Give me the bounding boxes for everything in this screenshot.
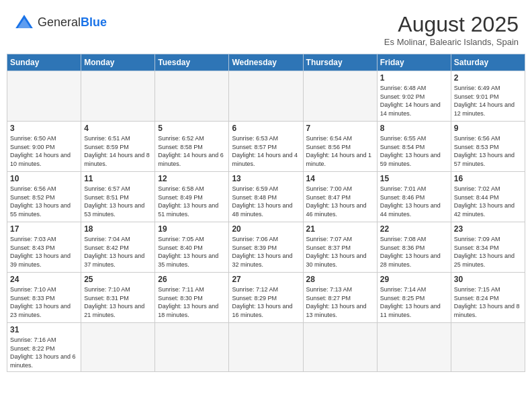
day-number: 1 (380, 73, 448, 83)
day-number: 17 (10, 224, 78, 234)
day-number: 3 (10, 124, 78, 133)
calendar-cell: 28Sunrise: 7:13 AM Sunset: 8:27 PM Dayli… (303, 273, 377, 323)
day-info: Sunrise: 6:53 AM Sunset: 8:57 PM Dayligh… (232, 134, 300, 168)
day-number: 18 (84, 224, 152, 234)
day-number: 15 (380, 174, 448, 183)
calendar-cell: 26Sunrise: 7:11 AM Sunset: 8:30 PM Dayli… (155, 273, 229, 323)
calendar-cell (81, 323, 155, 372)
calendar-cell: 31Sunrise: 7:16 AM Sunset: 8:22 PM Dayli… (7, 323, 81, 372)
day-number: 9 (454, 124, 522, 133)
title-block: August 2025 Es Molinar, Balearic Islands… (384, 12, 519, 47)
calendar-cell: 1Sunrise: 6:48 AM Sunset: 9:02 PM Daylig… (377, 71, 451, 122)
calendar-table: SundayMondayTuesdayWednesdayThursdayFrid… (7, 54, 525, 372)
calendar-cell (303, 71, 377, 122)
day-number: 14 (306, 174, 374, 183)
calendar-cell: 30Sunrise: 7:15 AM Sunset: 8:24 PM Dayli… (451, 273, 525, 323)
calendar-week-row: 1Sunrise: 6:48 AM Sunset: 9:02 PM Daylig… (7, 71, 525, 122)
calendar-cell: 24Sunrise: 7:10 AM Sunset: 8:33 PM Dayli… (7, 273, 81, 323)
location-subtitle: Es Molinar, Balearic Islands, Spain (384, 37, 519, 47)
day-number: 29 (380, 275, 448, 284)
calendar-cell (155, 323, 229, 372)
calendar-cell: 29Sunrise: 7:14 AM Sunset: 8:25 PM Dayli… (377, 273, 451, 323)
calendar-cell: 11Sunrise: 6:57 AM Sunset: 8:51 PM Dayli… (81, 172, 155, 222)
day-info: Sunrise: 7:00 AM Sunset: 8:47 PM Dayligh… (306, 185, 374, 218)
day-info: Sunrise: 7:02 AM Sunset: 8:44 PM Dayligh… (454, 185, 522, 218)
calendar-body: 1Sunrise: 6:48 AM Sunset: 9:02 PM Daylig… (7, 71, 525, 372)
calendar-cell: 6Sunrise: 6:53 AM Sunset: 8:57 PM Daylig… (229, 122, 303, 172)
calendar-cell: 14Sunrise: 7:00 AM Sunset: 8:47 PM Dayli… (303, 172, 377, 222)
day-info: Sunrise: 7:04 AM Sunset: 8:42 PM Dayligh… (84, 235, 152, 269)
day-info: Sunrise: 7:12 AM Sunset: 8:29 PM Dayligh… (232, 285, 300, 319)
day-info: Sunrise: 7:01 AM Sunset: 8:46 PM Dayligh… (380, 185, 448, 218)
day-number: 19 (158, 224, 226, 234)
calendar-cell: 10Sunrise: 6:56 AM Sunset: 8:52 PM Dayli… (7, 172, 81, 222)
day-number: 26 (158, 275, 226, 284)
calendar-cell: 9Sunrise: 6:56 AM Sunset: 8:53 PM Daylig… (451, 122, 525, 172)
day-number: 8 (380, 124, 448, 133)
day-info: Sunrise: 7:06 AM Sunset: 8:39 PM Dayligh… (232, 235, 300, 269)
day-number: 28 (306, 275, 374, 284)
weekday-header-monday: Monday (81, 54, 155, 71)
calendar-cell: 17Sunrise: 7:03 AM Sunset: 8:43 PM Dayli… (7, 222, 81, 273)
month-title: August 2025 (384, 12, 519, 37)
day-info: Sunrise: 6:56 AM Sunset: 8:53 PM Dayligh… (454, 134, 522, 168)
day-info: Sunrise: 7:11 AM Sunset: 8:30 PM Dayligh… (158, 285, 226, 319)
calendar-week-row: 31Sunrise: 7:16 AM Sunset: 8:22 PM Dayli… (7, 323, 525, 372)
weekday-header-saturday: Saturday (451, 54, 525, 71)
calendar-cell (7, 71, 81, 122)
day-info: Sunrise: 7:09 AM Sunset: 8:34 PM Dayligh… (454, 235, 522, 269)
day-number: 31 (10, 325, 78, 334)
day-number: 27 (232, 275, 300, 284)
day-number: 11 (84, 174, 152, 183)
day-info: Sunrise: 7:16 AM Sunset: 8:22 PM Dayligh… (10, 336, 78, 369)
calendar-cell: 19Sunrise: 7:05 AM Sunset: 8:40 PM Dayli… (155, 222, 229, 273)
day-number: 10 (10, 174, 78, 183)
weekday-header-friday: Friday (377, 54, 451, 71)
logo-text: GeneralBlue (38, 16, 107, 30)
calendar-week-row: 3Sunrise: 6:50 AM Sunset: 9:00 PM Daylig… (7, 122, 525, 172)
day-info: Sunrise: 7:08 AM Sunset: 8:36 PM Dayligh… (380, 235, 448, 269)
day-info: Sunrise: 7:14 AM Sunset: 8:25 PM Dayligh… (380, 285, 448, 319)
day-number: 13 (232, 174, 300, 183)
calendar-cell (229, 71, 303, 122)
calendar-cell: 12Sunrise: 6:58 AM Sunset: 8:49 PM Dayli… (155, 172, 229, 222)
day-info: Sunrise: 6:50 AM Sunset: 9:00 PM Dayligh… (10, 134, 78, 168)
day-info: Sunrise: 7:10 AM Sunset: 8:33 PM Dayligh… (10, 285, 78, 319)
day-number: 4 (84, 124, 152, 133)
calendar-cell: 13Sunrise: 6:59 AM Sunset: 8:48 PM Dayli… (229, 172, 303, 222)
calendar-cell (377, 323, 451, 372)
calendar-cell: 22Sunrise: 7:08 AM Sunset: 8:36 PM Dayli… (377, 222, 451, 273)
day-info: Sunrise: 6:57 AM Sunset: 8:51 PM Dayligh… (84, 185, 152, 218)
calendar-cell: 3Sunrise: 6:50 AM Sunset: 9:00 PM Daylig… (7, 122, 81, 172)
calendar-cell: 4Sunrise: 6:51 AM Sunset: 8:59 PM Daylig… (81, 122, 155, 172)
calendar-cell: 25Sunrise: 7:10 AM Sunset: 8:31 PM Dayli… (81, 273, 155, 323)
logo: GeneralBlue (13, 12, 107, 34)
day-info: Sunrise: 6:52 AM Sunset: 8:58 PM Dayligh… (158, 134, 226, 168)
weekday-header-row: SundayMondayTuesdayWednesdayThursdayFrid… (7, 54, 525, 71)
calendar-cell (155, 71, 229, 122)
page-header: GeneralBlue August 2025 Es Molinar, Bale… (7, 7, 525, 50)
calendar-week-row: 24Sunrise: 7:10 AM Sunset: 8:33 PM Dayli… (7, 273, 525, 323)
calendar-cell (451, 323, 525, 372)
day-info: Sunrise: 6:49 AM Sunset: 9:01 PM Dayligh… (454, 84, 522, 118)
day-number: 7 (306, 124, 374, 133)
calendar-cell: 16Sunrise: 7:02 AM Sunset: 8:44 PM Dayli… (451, 172, 525, 222)
calendar-cell: 5Sunrise: 6:52 AM Sunset: 8:58 PM Daylig… (155, 122, 229, 172)
weekday-header-wednesday: Wednesday (229, 54, 303, 71)
day-info: Sunrise: 6:54 AM Sunset: 8:56 PM Dayligh… (306, 134, 374, 168)
calendar-cell: 18Sunrise: 7:04 AM Sunset: 8:42 PM Dayli… (81, 222, 155, 273)
day-info: Sunrise: 6:59 AM Sunset: 8:48 PM Dayligh… (232, 185, 300, 218)
day-info: Sunrise: 6:58 AM Sunset: 8:49 PM Dayligh… (158, 185, 226, 218)
day-info: Sunrise: 6:55 AM Sunset: 8:54 PM Dayligh… (380, 134, 448, 168)
calendar-cell: 8Sunrise: 6:55 AM Sunset: 8:54 PM Daylig… (377, 122, 451, 172)
day-number: 23 (454, 224, 522, 234)
calendar-cell: 15Sunrise: 7:01 AM Sunset: 8:46 PM Dayli… (377, 172, 451, 222)
day-number: 6 (232, 124, 300, 133)
day-number: 16 (454, 174, 522, 183)
day-number: 5 (158, 124, 226, 133)
calendar-cell: 23Sunrise: 7:09 AM Sunset: 8:34 PM Dayli… (451, 222, 525, 273)
weekday-header-sunday: Sunday (7, 54, 81, 71)
day-info: Sunrise: 7:03 AM Sunset: 8:43 PM Dayligh… (10, 235, 78, 269)
day-number: 25 (84, 275, 152, 284)
day-number: 12 (158, 174, 226, 183)
